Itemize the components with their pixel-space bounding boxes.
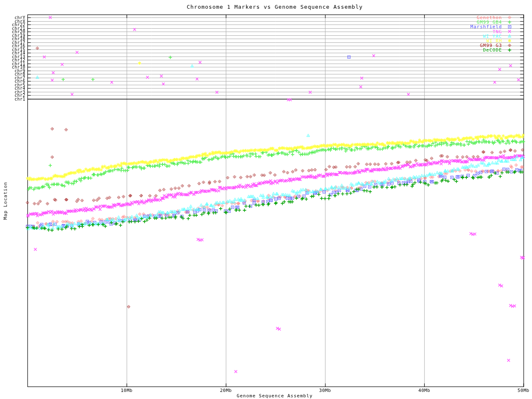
x-tick-label: 50Mb [511, 388, 532, 393]
legend-label: Marshfield [470, 25, 502, 29]
x-tick-label: 30Mb [313, 388, 337, 393]
legend-label: TNG [493, 30, 502, 34]
y-tick-label: chr1 [0, 97, 25, 101]
plot-canvas [0, 0, 532, 399]
x-tick-label: 10Mb [114, 388, 139, 393]
legend-label: DeCODE [483, 48, 502, 52]
chart-title: Chromosome 1 Markers vs Genome Sequence … [0, 4, 532, 10]
x-axis-label: Genome Sequence Assembly [0, 393, 532, 399]
y-axis-label: Map Location [3, 182, 8, 219]
plot-root: Chromosome 1 Markers vs Genome Sequence … [0, 0, 532, 399]
x-tick-label: 40Mb [412, 388, 437, 393]
x-tick-label: 20Mb [213, 388, 238, 393]
